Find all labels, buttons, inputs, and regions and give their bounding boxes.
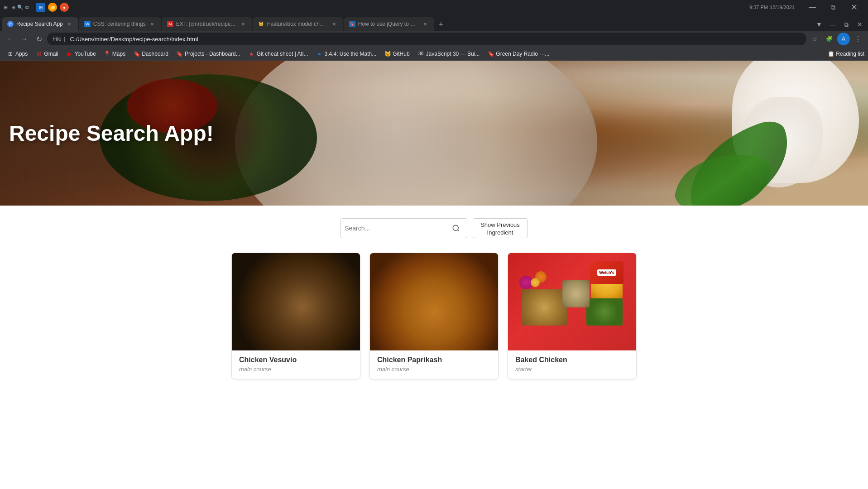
tab-close-jquery[interactable]: ✕ (422, 20, 429, 28)
search-submit-button[interactable] (449, 221, 463, 235)
bookmark-github[interactable]: 🐱 GitHub (381, 48, 413, 59)
bookmark-js30-label: JavaScript 30 — Bui... (426, 51, 480, 57)
gmail-icon: M (36, 51, 42, 57)
git-icon: 🔺 (249, 51, 255, 57)
show-previous-ingredient-button[interactable]: Show Previous Ingredient (473, 218, 528, 238)
recipe-image-chicken-paprikash (370, 253, 498, 350)
bookmark-git[interactable]: 🔺 Git cheat sheet | Atl... (245, 48, 312, 59)
extension-icon[interactable]: 🧩 (823, 33, 835, 45)
address-url: C:/Users/miner/Desktop/recipe-search/ind… (70, 36, 801, 43)
tab-label-feature: Feature/box model cheri by cme... (267, 21, 328, 27)
forward-button[interactable]: → (18, 33, 31, 45)
taskbar-chrome-icon[interactable]: ● (60, 3, 69, 12)
bookmark-apps[interactable]: ⊞ Apps (4, 48, 31, 59)
bookmark-gmail[interactable]: M Gmail (32, 48, 62, 59)
greenday-icon: 🔖 (488, 51, 494, 57)
new-tab-button[interactable]: + (435, 18, 447, 31)
search-icon (452, 224, 460, 232)
search-box (340, 218, 467, 238)
address-bar: ← → ↻ File | C:/Users/miner/Desktop/reci… (0, 31, 868, 47)
recipes-section: Chicken Vesuvio main course Chicken Papr… (0, 245, 868, 398)
tab-menu-button[interactable]: ▼ (813, 18, 825, 31)
back-button[interactable]: ← (4, 33, 16, 45)
minimize-tabs-button[interactable]: — (826, 18, 839, 31)
search-input[interactable] (345, 225, 449, 232)
bookmark-apps-label: Apps (15, 51, 28, 57)
tab-recipe-search[interactable]: R Recipe Search App ✕ (2, 17, 78, 31)
tab-close-recipe[interactable]: ✕ (66, 20, 73, 28)
close-button[interactable]: ✕ (844, 0, 864, 14)
hero-section: Recipe Search App! (0, 61, 868, 206)
tab-favicon-feature: 🐱 (258, 21, 264, 27)
search-section: Show Previous Ingredient (0, 206, 868, 245)
recipe-card-chicken-paprikash[interactable]: Chicken Paprikash main course (369, 253, 499, 379)
recipe-category-chicken-vesuvio: main course (239, 366, 353, 373)
bookmark-projects-label: Projects - Dashboard... (185, 51, 240, 57)
recipe-info-chicken-paprikash: Chicken Paprikash main course (370, 350, 498, 379)
tab-label-recipe: Recipe Search App (16, 21, 63, 27)
tabs-bar: R Recipe Search App ✕ W CSS: centering t… (0, 14, 868, 31)
recipe-name-chicken-vesuvio: Chicken Vesuvio (239, 356, 353, 364)
vegetables (586, 298, 623, 326)
tab-favicon-ext: M (167, 21, 173, 27)
recipe-info-chicken-vesuvio: Chicken Vesuvio main course (232, 350, 360, 379)
start-menu-icon[interactable]: ⊞ (11, 5, 15, 10)
bookmark-youtube-label: YouTube (75, 51, 96, 57)
close-tabs-button[interactable]: ✕ (854, 18, 866, 31)
profile-icon[interactable]: A (837, 33, 850, 45)
reading-list[interactable]: 📋 Reading list (828, 51, 864, 57)
svg-point-0 (453, 225, 458, 230)
bookmark-maps-label: Maps (112, 51, 125, 57)
tab-ext[interactable]: M EXT: [cmrotruck/recipe-search] f... ✕ (162, 17, 252, 31)
tab-label-css: CSS: centering things (93, 21, 146, 27)
tab-css-centering[interactable]: W CSS: centering things ✕ (79, 17, 161, 31)
tab-close-feature[interactable]: ✕ (331, 20, 338, 28)
hero-title: Recipe Search App! (9, 121, 214, 146)
apps-icon: ⊞ (7, 51, 14, 57)
tab-feature[interactable]: 🐱 Feature/box model cheri by cme... ✕ (253, 17, 343, 31)
restore-button[interactable]: ⧉ (823, 0, 844, 14)
taskbar-folder-icon[interactable]: 📁 (48, 3, 57, 12)
address-input[interactable]: File | C:/Users/miner/Desktop/recipe-sea… (47, 33, 806, 45)
dashboard-icon: 🔖 (134, 51, 140, 57)
tab-close-css[interactable]: ✕ (149, 20, 156, 28)
bookmark-projects[interactable]: 🔖 Projects - Dashboard... (173, 48, 244, 59)
tab-jquery[interactable]: 🔖 How to use jQuery to Generate... ✕ (344, 17, 434, 31)
bookmark-js30[interactable]: 30 JavaScript 30 — Bui... (414, 48, 484, 59)
bookmark-greenday[interactable]: 🔖 Green Day Radio —... (484, 48, 553, 59)
maps-icon: 📍 (104, 51, 110, 57)
recipe-card-chicken-vesuvio[interactable]: Chicken Vesuvio main course (231, 253, 360, 379)
bookmark-maps[interactable]: 📍 Maps (101, 48, 129, 59)
recipe-info-baked-chicken: Baked Chicken starter (508, 350, 636, 379)
bookmark-git-label: Git cheat sheet | Atl... (257, 51, 308, 57)
bookmark-greenday-label: Green Day Radio —... (496, 51, 549, 57)
browser-chrome: ⊞ ⊞ 🔍 ⧉ ⊞ 📁 ● 9:37 PM 12/19/2021 — ⧉ ✕ (0, 0, 868, 61)
bookmark-math[interactable]: ● 3.4.4: Use the Math... (312, 48, 380, 59)
bookmark-math-label: 3.4.4: Use the Math... (324, 51, 376, 57)
bookmark-dashboard[interactable]: 🔖 Dashboard (130, 48, 172, 59)
tab-close-ext[interactable]: ✕ (240, 20, 247, 28)
tab-favicon-css: W (84, 21, 91, 27)
reload-button[interactable]: ↻ (33, 33, 45, 45)
recipe-name-baked-chicken: Baked Chicken (515, 356, 629, 364)
recipe-name-chicken-paprikash: Chicken Paprikash (377, 356, 491, 364)
recipe-image-chicken-vesuvio (232, 253, 360, 350)
math-icon: ● (316, 51, 322, 57)
menu-icon[interactable]: ⋮ (852, 33, 864, 45)
github-icon: 🐱 (384, 51, 391, 57)
task-view-icon[interactable]: ⧉ (25, 5, 29, 10)
svg-line-1 (458, 230, 459, 231)
recipe-card-baked-chicken[interactable]: Welch's Baked Chicken starter (508, 253, 637, 379)
recipe-category-baked-chicken: starter (515, 366, 629, 373)
bread (562, 280, 590, 307)
address-protocol-label: File (53, 36, 61, 42)
title-bar: ⊞ ⊞ 🔍 ⧉ ⊞ 📁 ● 9:37 PM 12/19/2021 — ⧉ ✕ (0, 0, 868, 14)
minimize-button[interactable]: — (802, 0, 823, 14)
restore-tabs-button[interactable]: ⧉ (840, 18, 853, 31)
tab-label-jquery: How to use jQuery to Generate... (358, 21, 419, 27)
search-taskbar-icon[interactable]: 🔍 (17, 5, 24, 10)
bookmark-star-icon[interactable]: ☆ (808, 33, 821, 45)
bookmark-youtube[interactable]: ▶ YouTube (63, 48, 100, 59)
bookmark-github-label: GitHub (393, 51, 409, 57)
taskbar-app-icon[interactable]: ⊞ (36, 3, 45, 12)
